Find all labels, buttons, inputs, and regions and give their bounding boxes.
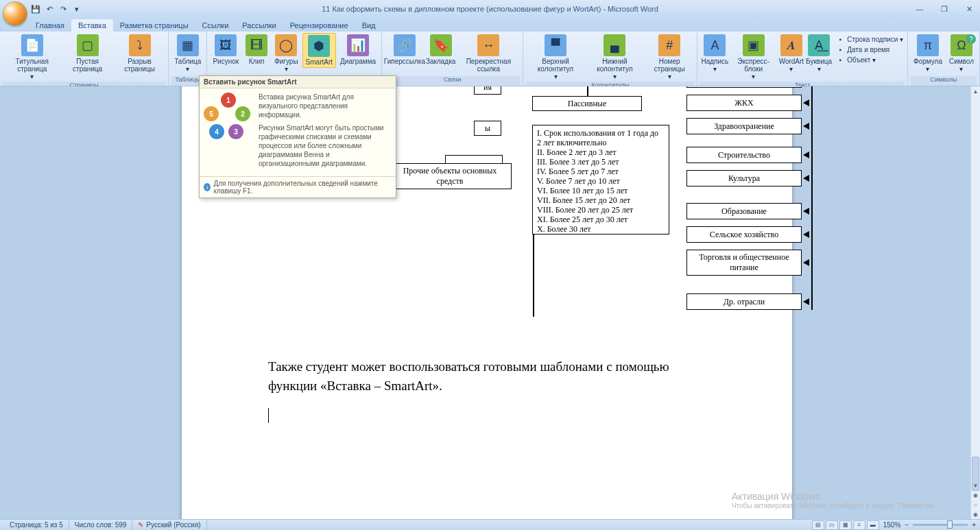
ribbon-титульная-страница[interactable]: 📄Титульная страница ▾ (3, 33, 61, 82)
undo-icon[interactable]: ↶ (44, 3, 55, 14)
tab-разметка страницы[interactable]: Разметка страницы (113, 19, 195, 32)
ribbon-объект[interactable]: ▪Объект ▾ (835, 55, 903, 64)
view-print-layout-icon[interactable]: ▤ (812, 520, 824, 530)
vertical-scrollbar[interactable]: ▲ ▼ ◉ ○ ◉ (970, 86, 980, 519)
prev-page-icon[interactable]: ◉ (971, 490, 980, 500)
ribbon-нижний-колонтитул[interactable]: ▄Нижний колонтитул ▾ (586, 33, 643, 82)
ribbon-буквица[interactable]: A͟Буквица ▾ (805, 33, 833, 82)
tab-ссылки[interactable]: Ссылки (195, 19, 236, 32)
ribbon-wordart[interactable]: 𝑨WordArt ▾ (778, 33, 805, 82)
ribbon-верхний-колонтитул[interactable]: ▀Верхний колонтитул ▾ (526, 33, 585, 82)
ribbon-клип[interactable]: 🎞Клип (243, 33, 270, 67)
diagram-box: Пассивные (532, 96, 642, 111)
нижний-колонтитул-icon: ▄ (603, 34, 625, 56)
ribbon-дата-и-время[interactable]: ▪Дата и время (835, 45, 903, 54)
таблица-icon: ▦ (177, 34, 199, 56)
tab-вставка[interactable]: Вставка (71, 19, 113, 32)
ribbon-надпись[interactable]: AНадпись ▾ (700, 33, 729, 82)
info-icon: i (204, 183, 211, 191)
title-bar: 💾 ↶ ↷ ▾ 11 Как оформить схемы в дипломно… (0, 0, 980, 18)
arrow-icon (803, 259, 809, 266)
tab-рассылки[interactable]: Рассылки (235, 19, 283, 32)
ribbon-диаграмма[interactable]: 📊Диаграмма (337, 33, 379, 67)
close-button[interactable]: ✕ (961, 3, 977, 14)
status-bar: Страница: 5 из 5 Число слов: 599 ✎Русски… (0, 519, 980, 530)
wordart-icon: 𝑨 (780, 34, 802, 56)
закладка-icon: 🔖 (430, 34, 452, 56)
diagram-box: ия (474, 86, 501, 95)
save-icon[interactable]: 💾 (30, 3, 41, 14)
diagram-box: Образование (686, 203, 802, 219)
tab-рецензирование[interactable]: Рецензирование (283, 19, 355, 32)
diagram-big-box: I. Срок использования от 1 года до 2 лет… (532, 125, 669, 234)
ribbon-перекрестная-ссылка[interactable]: ↔Перекрестная ссылка (457, 33, 521, 74)
zoom-slider[interactable] (913, 524, 968, 526)
ribbon-строка-подписи[interactable]: ▪Строка подписи ▾ (835, 34, 903, 44)
help-icon[interactable]: ? (966, 34, 976, 44)
view-outline-icon[interactable]: ≡ (853, 520, 865, 530)
arrow-icon (803, 99, 809, 106)
ribbon-формула[interactable]: πФормула ▾ (911, 33, 945, 74)
scroll-down-icon[interactable]: ▼ (971, 481, 980, 490)
redo-icon[interactable]: ↷ (58, 3, 69, 14)
zoom-out-icon[interactable]: − (905, 521, 909, 529)
minimize-button[interactable]: — (911, 3, 928, 14)
диаграмма-icon: 📊 (347, 34, 369, 56)
document-area[interactable]: ияыые ин- тыПассивныеПрочие объекты осно… (0, 86, 970, 519)
ribbon-пустая-страница[interactable]: ▢Пустая страница (62, 33, 112, 74)
office-button[interactable] (3, 1, 27, 26)
diagram-box: Строительство (686, 147, 802, 163)
arrow-icon (803, 208, 809, 215)
scroll-up-icon[interactable]: ▲ (971, 86, 980, 96)
tooltip-footer: Для получения дополнительных сведений на… (213, 180, 392, 195)
smartart-preview-icon: 12345 (204, 93, 253, 142)
qat-dropdown-icon[interactable]: ▾ (71, 3, 82, 14)
tooltip-p2: Рисунки SmartArt могут быть простыми гра… (259, 123, 392, 168)
diagram-box: ЖКХ (686, 95, 802, 111)
ribbon-smartart[interactable]: ⬢SmartArt (302, 33, 336, 68)
tooltip-title: Вставить рисунок SmartArt (200, 76, 396, 88)
ribbon-таблица[interactable]: ▦Таблица ▾ (171, 33, 204, 74)
объект-icon: ▪ (835, 55, 845, 64)
status-lang[interactable]: ✎Русский (Россия) (132, 520, 206, 530)
browse-object-icon[interactable]: ○ (971, 500, 980, 509)
group-text: AНадпись ▾▣Экспресс-блоки ▾𝑨WordArt ▾A͟Б… (697, 32, 908, 86)
перекрестная-ссылка-icon: ↔ (477, 34, 499, 56)
tooltip-p1: Вставка рисунка SmartArt для визуального… (259, 93, 392, 119)
maximize-button[interactable]: ❐ (936, 3, 953, 14)
status-words[interactable]: Число слов: 599 (69, 520, 133, 530)
arrow-icon (803, 123, 809, 130)
zoom-in-icon[interactable]: + (972, 521, 976, 529)
надпись-icon: A (704, 34, 726, 56)
zoom-level[interactable]: 150% (883, 521, 901, 529)
ribbon: ? 📄Титульная страница ▾▢Пустая страница⤵… (0, 32, 980, 86)
ribbon-закладка[interactable]: 🔖Закладка (426, 33, 456, 67)
diagram-box: ы (474, 121, 501, 136)
text-cursor (268, 408, 269, 423)
status-page[interactable]: Страница: 5 из 5 (4, 520, 69, 530)
ribbon-tabs: ГлавнаяВставкаРазметка страницыСсылкиРас… (0, 18, 980, 32)
tab-вид[interactable]: Вид (355, 19, 383, 32)
ribbon-номер-страницы[interactable]: #Номер страницы ▾ (645, 33, 694, 82)
next-page-icon[interactable]: ◉ (971, 509, 980, 519)
клип-icon: 🎞 (246, 34, 267, 56)
ribbon-разрыв-страницы[interactable]: ⤵Разрыв страницы (114, 33, 165, 74)
view-draft-icon[interactable]: ▬ (867, 520, 879, 530)
ribbon-гиперссылка[interactable]: 🔗Гиперссылка (385, 33, 425, 67)
arrow-icon (803, 298, 809, 305)
фигуры-icon: ◯ (275, 34, 297, 56)
строка-подписи-icon: ▪ (835, 34, 845, 44)
экспресс-блоки-icon: ▣ (743, 34, 765, 56)
arrow-icon (803, 231, 809, 238)
ribbon-экспресс-блоки[interactable]: ▣Экспресс-блоки ▾ (729, 33, 778, 82)
quick-access-toolbar: 💾 ↶ ↷ ▾ (30, 3, 82, 14)
diagram-box: Торговля и общественное питание (686, 250, 802, 276)
гиперссылка-icon: 🔗 (394, 34, 416, 56)
group-headfoot: ▀Верхний колонтитул ▾▄Нижний колонтитул … (523, 32, 697, 86)
ribbon-рисунок[interactable]: 🖼Рисунок (210, 33, 241, 67)
view-fullscreen-icon[interactable]: ▭ (826, 520, 838, 530)
tab-главная[interactable]: Главная (29, 19, 71, 32)
ribbon-фигуры[interactable]: ◯Фигуры ▾ (272, 33, 300, 74)
window-title: 11 Как оформить схемы в дипломном проект… (322, 5, 658, 13)
view-web-icon[interactable]: ▦ (839, 520, 852, 530)
